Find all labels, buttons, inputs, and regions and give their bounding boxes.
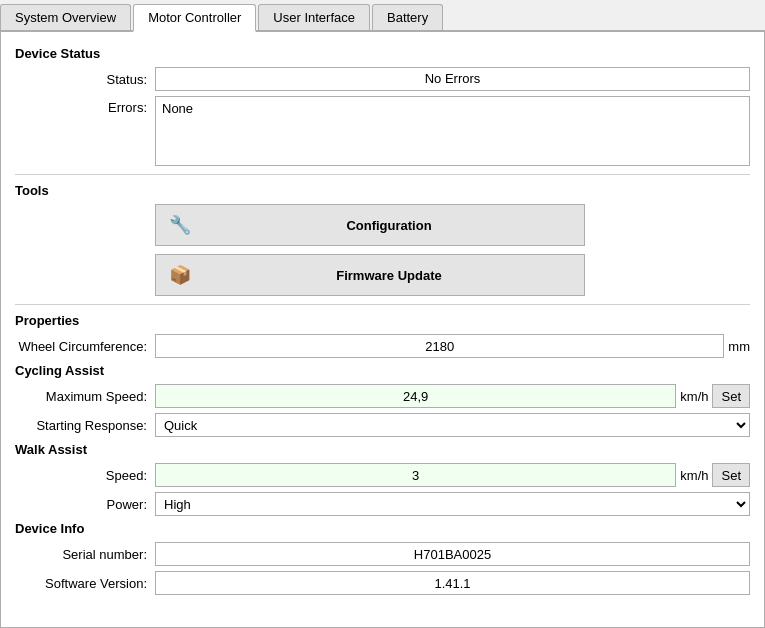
walk-power-select[interactable]: High Medium Low	[155, 492, 750, 516]
errors-label: Errors:	[15, 96, 155, 115]
configuration-label: Configuration	[204, 218, 574, 233]
starting-response-label: Starting Response:	[15, 418, 155, 433]
configuration-icon: 🔧	[166, 211, 194, 239]
properties-header: Properties	[15, 313, 750, 328]
serial-number-label: Serial number:	[15, 547, 155, 562]
tab-system-overview[interactable]: System Overview	[0, 4, 131, 30]
walk-speed-row: Speed: km/h Set	[15, 463, 750, 487]
serial-number-value: H701BA0025	[155, 542, 750, 566]
errors-row: Errors:	[15, 96, 750, 166]
software-version-label: Software Version:	[15, 576, 155, 591]
firmware-icon: 📦	[166, 261, 194, 289]
wheel-circumference-unit: mm	[728, 339, 750, 354]
walk-power-label: Power:	[15, 497, 155, 512]
device-status-header: Device Status	[15, 46, 750, 61]
walk-speed-input[interactable]	[155, 463, 676, 487]
main-content: Device Status Status: No Errors Errors: …	[0, 32, 765, 628]
errors-value	[155, 96, 750, 166]
max-speed-unit: km/h	[680, 389, 708, 404]
firmware-update-label: Firmware Update	[204, 268, 574, 283]
configuration-button[interactable]: 🔧 Configuration	[155, 204, 585, 246]
firmware-update-button[interactable]: 📦 Firmware Update	[155, 254, 585, 296]
wheel-circumference-label: Wheel Circumference:	[15, 339, 155, 354]
walk-power-row: Power: High Medium Low	[15, 492, 750, 516]
max-speed-row: Maximum Speed: km/h Set	[15, 384, 750, 408]
walk-speed-label: Speed:	[15, 468, 155, 483]
max-speed-set-button[interactable]: Set	[712, 384, 750, 408]
tab-user-interface[interactable]: User Interface	[258, 4, 370, 30]
wheel-circumference-input[interactable]	[155, 334, 724, 358]
starting-response-select[interactable]: Quick Normal Slow	[155, 413, 750, 437]
serial-number-row: Serial number: H701BA0025	[15, 542, 750, 566]
starting-response-row: Starting Response: Quick Normal Slow	[15, 413, 750, 437]
walk-speed-unit: km/h	[680, 468, 708, 483]
software-version-value: 1.41.1	[155, 571, 750, 595]
tab-motor-controller[interactable]: Motor Controller	[133, 4, 256, 32]
max-speed-label: Maximum Speed:	[15, 389, 155, 404]
walk-speed-set-button[interactable]: Set	[712, 463, 750, 487]
software-version-row: Software Version: 1.41.1	[15, 571, 750, 595]
status-value: No Errors	[155, 67, 750, 91]
tools-container: 🔧 Configuration 📦 Firmware Update	[15, 204, 750, 296]
status-label: Status:	[15, 72, 155, 87]
tab-bar: System Overview Motor Controller User In…	[0, 0, 765, 32]
walk-assist-header: Walk Assist	[15, 442, 750, 457]
tools-header: Tools	[15, 183, 750, 198]
device-info-header: Device Info	[15, 521, 750, 536]
cycling-assist-header: Cycling Assist	[15, 363, 750, 378]
tab-battery[interactable]: Battery	[372, 4, 443, 30]
wheel-circumference-row: Wheel Circumference: mm	[15, 334, 750, 358]
max-speed-input[interactable]	[155, 384, 676, 408]
status-row: Status: No Errors	[15, 67, 750, 91]
